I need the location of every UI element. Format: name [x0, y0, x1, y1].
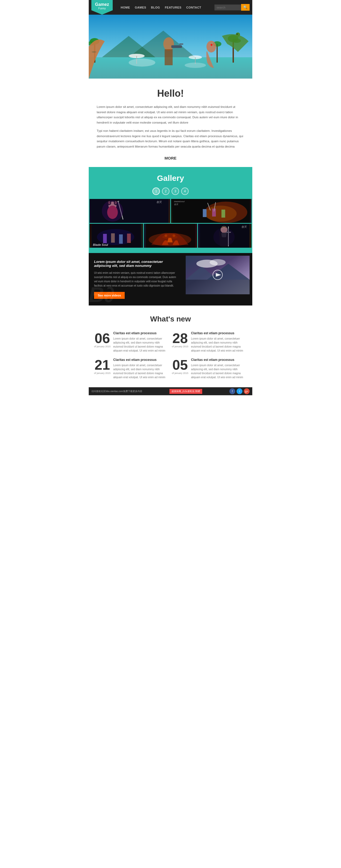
news-body-1: Lorem ipsum dolor sit amet, consectetuer…	[113, 337, 169, 353]
svg-rect-19	[179, 43, 183, 45]
gallery-image-4[interactable]	[144, 224, 197, 248]
gallery-image-1[interactable]: 创天	[90, 199, 170, 223]
news-content-1: Claritas est etiam processus Lorem ipsum…	[113, 331, 169, 353]
googleplus-icon[interactable]: g+	[244, 388, 250, 394]
gallery-title: Gallery	[89, 174, 252, 183]
nav-contact[interactable]: CONTACT	[186, 6, 201, 9]
svg-text:创天: 创天	[241, 225, 247, 228]
svg-point-23	[236, 32, 240, 37]
hello-section: Hello! Lorem ipsum dolor sit amet, conse…	[89, 79, 252, 167]
svg-text:创天: 创天	[156, 200, 162, 204]
news-item-3: 21 of january 2015 Claritas est etiam pr…	[94, 358, 169, 379]
news-heading-3: Claritas est etiam processus	[113, 358, 169, 362]
search-wrap: 🔍	[214, 4, 250, 11]
facebook-icon[interactable]: f	[229, 388, 235, 394]
nav-home[interactable]: HOME	[121, 6, 130, 9]
svg-rect-18	[171, 45, 182, 48]
news-date-num-1: 06	[94, 331, 111, 345]
svg-rect-42	[203, 209, 207, 217]
news-date-label-4: of january 2015	[172, 372, 188, 374]
news-item-2: 28 of january 2015 Claritas est etiam pr…	[172, 331, 247, 353]
nav-games[interactable]: GAMES	[135, 6, 146, 9]
footer-download-button[interactable]: 超级病毒_白头老蛀虫 附赠	[169, 389, 202, 394]
gallery-nav: 1 2 3 4	[89, 187, 252, 195]
svg-point-70	[213, 228, 235, 246]
news-date-label-2: of january 2015	[172, 345, 188, 348]
logo-tagline: Funny	[98, 7, 106, 10]
gallery-image-3[interactable]: Blade Soul	[90, 224, 143, 248]
news-content-3: Claritas est etiam processus Lorem ipsum…	[113, 358, 169, 379]
gallery-nav-btn-4[interactable]: 4	[181, 187, 189, 195]
video-left: B∂ Lorem ipsum dolor sit amet, consectet…	[89, 253, 183, 306]
news-heading-4: Claritas est etiam processus	[191, 358, 247, 362]
svg-point-25	[129, 59, 155, 67]
whats-new-title: What's new	[94, 315, 247, 323]
svg-point-36	[102, 200, 123, 222]
news-date-3: 21 of january 2015	[94, 358, 111, 374]
svg-rect-10	[217, 44, 218, 63]
video-section: B∂ Lorem ipsum dolor sit amet, consectet…	[89, 253, 252, 306]
svg-rect-22	[211, 44, 212, 46]
hero-banner	[89, 14, 252, 79]
svg-text:创天: 创天	[174, 203, 179, 206]
gallery-section: Gallery 1 2 3 4	[89, 167, 252, 253]
more-button[interactable]: MORE	[165, 156, 177, 160]
gallery-nav-btn-1[interactable]: 1	[152, 187, 160, 195]
navbar: Gamez Funny HOME GAMES BLOG FEATURES CON…	[89, 0, 252, 14]
svg-rect-73	[186, 280, 250, 294]
gallery-bottom-row: Blade Soul	[89, 224, 252, 248]
svg-text:blade&soul: blade&soul	[174, 200, 185, 203]
video-quote: Lorem ipsum dolor sit amet, consectetuer…	[94, 260, 178, 268]
svg-point-20	[207, 41, 216, 53]
news-item-4: 05 of january 2015 Claritas est etiam pr…	[172, 358, 247, 379]
video-bg-text: B∂	[89, 284, 115, 306]
svg-point-24	[237, 34, 238, 35]
search-input[interactable]	[214, 4, 241, 10]
gallery-image-2[interactable]: blade&soul 创天	[171, 199, 252, 223]
logo[interactable]: Gamez Funny	[91, 0, 113, 14]
footer-text: 访问朋友社区bbs.xienlao.com免费下载更多内容	[91, 390, 142, 393]
whats-new-section: What's new 06 of january 2015 Claritas e…	[89, 306, 252, 387]
hello-para2: Typi non habent claritatem insitam; est …	[97, 128, 244, 149]
gallery-nav-btn-3[interactable]: 3	[172, 187, 179, 195]
svg-point-64	[165, 235, 167, 237]
news-date-1: 06 of january 2015	[94, 331, 111, 348]
nav-blog[interactable]: BLOG	[151, 6, 160, 9]
hello-para1: Lorem ipsum dolor sit amet, consectetuer…	[97, 104, 244, 125]
news-content-4: Claritas est etiam processus Lorem ipsum…	[191, 358, 247, 379]
svg-point-16	[163, 37, 174, 51]
news-date-4: 05 of january 2015	[172, 358, 188, 374]
gallery-nav-btn-2[interactable]: 2	[162, 187, 169, 195]
news-date-num-3: 21	[94, 358, 111, 372]
gallery-top-row: 创天 blade&soul 创天	[89, 199, 252, 223]
nav-features[interactable]: FEATURES	[165, 6, 181, 9]
svg-point-61	[97, 229, 134, 245]
hello-title: Hello!	[97, 88, 244, 99]
news-heading-1: Claritas est etiam processus	[113, 331, 169, 335]
svg-point-26	[185, 63, 206, 68]
twitter-icon[interactable]: t	[237, 388, 242, 394]
news-date-num-2: 28	[172, 331, 188, 345]
news-content-2: Claritas est etiam processus Lorem ipsum…	[191, 331, 247, 353]
logo-name: Gamez	[95, 2, 109, 7]
svg-point-77	[210, 259, 226, 266]
search-button[interactable]: 🔍	[241, 4, 250, 11]
news-heading-2: Claritas est etiam processus	[191, 331, 247, 335]
news-date-label-3: of january 2015	[94, 372, 111, 374]
news-body-4: Lorem ipsum dolor sit amet, consectetuer…	[191, 363, 247, 379]
news-date-num-4: 05	[172, 358, 188, 372]
news-grid: 06 of january 2015 Claritas est etiam pr…	[94, 331, 247, 379]
gallery-image-5[interactable]: 创天	[198, 224, 251, 248]
news-body-3: Lorem ipsum dolor sit amet, consectetuer…	[113, 363, 169, 379]
footer: 访问朋友社区bbs.xienlao.com免费下载更多内容 超级病毒_白头老蛀虫…	[89, 387, 252, 395]
news-date-label-1: of january 2015	[94, 345, 111, 348]
svg-point-65	[173, 235, 175, 237]
news-date-2: 28 of january 2015	[172, 331, 188, 348]
news-body-2: Lorem ipsum dolor sit amet, consectetuer…	[191, 337, 247, 353]
svg-rect-17	[165, 49, 173, 65]
svg-rect-46	[221, 210, 225, 218]
news-item-1: 06 of january 2015 Claritas est etiam pr…	[94, 331, 169, 353]
footer-social-icons: f t g+	[229, 388, 250, 394]
video-thumbnail[interactable]	[186, 256, 250, 294]
nav-links: HOME GAMES BLOG FEATURES CONTACT	[121, 6, 214, 9]
